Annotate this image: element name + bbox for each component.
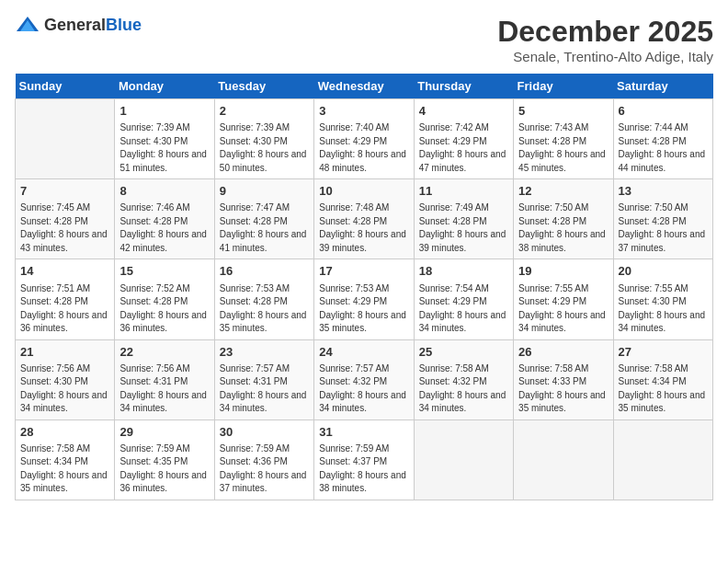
calendar-cell: 26Sunrise: 7:58 AMSunset: 4:33 PMDayligh… bbox=[514, 339, 613, 419]
calendar-cell: 8Sunrise: 7:46 AMSunset: 4:28 PMDaylight… bbox=[115, 179, 214, 259]
day-info: Sunrise: 7:53 AMSunset: 4:29 PMDaylight:… bbox=[319, 282, 408, 336]
calendar-cell: 15Sunrise: 7:52 AMSunset: 4:28 PMDayligh… bbox=[115, 259, 214, 339]
logo-text-blue: Blue bbox=[106, 16, 142, 34]
calendar-cell: 31Sunrise: 7:59 AMSunset: 4:37 PMDayligh… bbox=[314, 419, 414, 500]
logo: GeneralBlue bbox=[15, 15, 142, 35]
day-number: 6 bbox=[619, 103, 708, 120]
calendar-table: SundayMondayTuesdayWednesdayThursdayFrid… bbox=[15, 74, 713, 500]
calendar-cell: 12Sunrise: 7:50 AMSunset: 4:28 PMDayligh… bbox=[514, 179, 613, 259]
day-info: Sunrise: 7:56 AMSunset: 4:31 PMDaylight:… bbox=[119, 362, 209, 416]
header-cell-monday: Monday bbox=[115, 74, 214, 99]
day-info: Sunrise: 7:54 AMSunset: 4:29 PMDaylight:… bbox=[419, 282, 508, 336]
day-info: Sunrise: 7:55 AMSunset: 4:29 PMDaylight:… bbox=[518, 282, 608, 336]
day-info: Sunrise: 7:58 AMSunset: 4:33 PMDaylight:… bbox=[518, 362, 608, 416]
calendar-cell: 7Sunrise: 7:45 AMSunset: 4:28 PMDaylight… bbox=[16, 179, 115, 259]
calendar-cell: 10Sunrise: 7:48 AMSunset: 4:28 PMDayligh… bbox=[314, 179, 414, 259]
calendar-cell: 25Sunrise: 7:58 AMSunset: 4:32 PMDayligh… bbox=[414, 339, 513, 419]
day-info: Sunrise: 7:55 AMSunset: 4:30 PMDaylight:… bbox=[619, 282, 708, 336]
day-info: Sunrise: 7:59 AMSunset: 4:35 PMDaylight:… bbox=[119, 442, 209, 496]
day-number: 14 bbox=[20, 263, 109, 280]
day-number: 2 bbox=[220, 103, 309, 120]
day-number: 31 bbox=[319, 424, 408, 441]
day-info: Sunrise: 7:59 AMSunset: 4:36 PMDaylight:… bbox=[220, 442, 309, 496]
subtitle: Senale, Trentino-Alto Adige, Italy bbox=[497, 49, 713, 64]
calendar-cell: 14Sunrise: 7:51 AMSunset: 4:28 PMDayligh… bbox=[16, 259, 115, 339]
day-number: 12 bbox=[518, 183, 608, 200]
header-cell-friday: Friday bbox=[514, 74, 613, 99]
header-cell-saturday: Saturday bbox=[613, 74, 712, 99]
calendar-cell: 21Sunrise: 7:56 AMSunset: 4:30 PMDayligh… bbox=[16, 339, 115, 419]
day-info: Sunrise: 7:50 AMSunset: 4:28 PMDaylight:… bbox=[518, 201, 608, 255]
day-number: 5 bbox=[518, 103, 608, 120]
header-cell-thursday: Thursday bbox=[414, 74, 513, 99]
day-number: 9 bbox=[220, 183, 309, 200]
main-title: December 2025 bbox=[497, 15, 713, 49]
day-number: 28 bbox=[20, 424, 109, 441]
day-info: Sunrise: 7:53 AMSunset: 4:28 PMDaylight:… bbox=[220, 282, 309, 336]
calendar-cell: 20Sunrise: 7:55 AMSunset: 4:30 PMDayligh… bbox=[613, 259, 712, 339]
calendar-cell: 22Sunrise: 7:56 AMSunset: 4:31 PMDayligh… bbox=[115, 339, 214, 419]
day-number: 16 bbox=[220, 263, 309, 280]
day-number: 1 bbox=[119, 103, 209, 120]
day-number: 24 bbox=[319, 344, 408, 361]
day-number: 29 bbox=[119, 424, 209, 441]
day-number: 23 bbox=[220, 344, 309, 361]
logo-icon bbox=[15, 15, 40, 35]
calendar-cell: 30Sunrise: 7:59 AMSunset: 4:36 PMDayligh… bbox=[214, 419, 313, 500]
day-number: 7 bbox=[20, 183, 109, 200]
calendar-week-row: 28Sunrise: 7:58 AMSunset: 4:34 PMDayligh… bbox=[16, 419, 713, 500]
calendar-cell: 16Sunrise: 7:53 AMSunset: 4:28 PMDayligh… bbox=[214, 259, 313, 339]
day-info: Sunrise: 7:58 AMSunset: 4:32 PMDaylight:… bbox=[419, 362, 508, 416]
day-number: 4 bbox=[419, 103, 508, 120]
day-number: 22 bbox=[119, 344, 209, 361]
day-info: Sunrise: 7:51 AMSunset: 4:28 PMDaylight:… bbox=[20, 282, 109, 336]
day-info: Sunrise: 7:46 AMSunset: 4:28 PMDaylight:… bbox=[119, 201, 209, 255]
day-info: Sunrise: 7:42 AMSunset: 4:29 PMDaylight:… bbox=[419, 121, 508, 175]
header-cell-wednesday: Wednesday bbox=[314, 74, 414, 99]
calendar-cell: 19Sunrise: 7:55 AMSunset: 4:29 PMDayligh… bbox=[514, 259, 613, 339]
calendar-cell bbox=[414, 419, 513, 500]
day-number: 27 bbox=[619, 344, 708, 361]
calendar-cell: 6Sunrise: 7:44 AMSunset: 4:28 PMDaylight… bbox=[613, 99, 712, 179]
day-info: Sunrise: 7:47 AMSunset: 4:28 PMDaylight:… bbox=[220, 201, 309, 255]
day-info: Sunrise: 7:57 AMSunset: 4:31 PMDaylight:… bbox=[220, 362, 309, 416]
day-number: 10 bbox=[319, 183, 408, 200]
day-info: Sunrise: 7:59 AMSunset: 4:37 PMDaylight:… bbox=[319, 442, 408, 496]
day-info: Sunrise: 7:52 AMSunset: 4:28 PMDaylight:… bbox=[119, 282, 209, 336]
day-info: Sunrise: 7:49 AMSunset: 4:28 PMDaylight:… bbox=[419, 201, 508, 255]
calendar-cell: 13Sunrise: 7:50 AMSunset: 4:28 PMDayligh… bbox=[613, 179, 712, 259]
day-number: 17 bbox=[319, 263, 408, 280]
calendar-week-row: 14Sunrise: 7:51 AMSunset: 4:28 PMDayligh… bbox=[16, 259, 713, 339]
calendar-cell: 28Sunrise: 7:58 AMSunset: 4:34 PMDayligh… bbox=[16, 419, 115, 500]
day-info: Sunrise: 7:58 AMSunset: 4:34 PMDaylight:… bbox=[619, 362, 708, 416]
day-number: 13 bbox=[619, 183, 708, 200]
calendar-cell: 29Sunrise: 7:59 AMSunset: 4:35 PMDayligh… bbox=[115, 419, 214, 500]
day-info: Sunrise: 7:45 AMSunset: 4:28 PMDaylight:… bbox=[20, 201, 109, 255]
header-cell-sunday: Sunday bbox=[16, 74, 115, 99]
calendar-week-row: 1Sunrise: 7:39 AMSunset: 4:30 PMDaylight… bbox=[16, 99, 713, 179]
calendar-cell: 2Sunrise: 7:39 AMSunset: 4:30 PMDaylight… bbox=[214, 99, 313, 179]
day-number: 20 bbox=[619, 263, 708, 280]
calendar-week-row: 7Sunrise: 7:45 AMSunset: 4:28 PMDaylight… bbox=[16, 179, 713, 259]
calendar-cell bbox=[613, 419, 712, 500]
calendar-cell: 4Sunrise: 7:42 AMSunset: 4:29 PMDaylight… bbox=[414, 99, 513, 179]
calendar-header-row: SundayMondayTuesdayWednesdayThursdayFrid… bbox=[16, 74, 713, 99]
day-info: Sunrise: 7:57 AMSunset: 4:32 PMDaylight:… bbox=[319, 362, 408, 416]
calendar-cell bbox=[514, 419, 613, 500]
day-number: 26 bbox=[518, 344, 608, 361]
calendar-cell: 1Sunrise: 7:39 AMSunset: 4:30 PMDaylight… bbox=[115, 99, 214, 179]
calendar-cell: 23Sunrise: 7:57 AMSunset: 4:31 PMDayligh… bbox=[214, 339, 313, 419]
day-number: 15 bbox=[119, 263, 209, 280]
calendar-week-row: 21Sunrise: 7:56 AMSunset: 4:30 PMDayligh… bbox=[16, 339, 713, 419]
day-info: Sunrise: 7:43 AMSunset: 4:28 PMDaylight:… bbox=[518, 121, 608, 175]
calendar-cell: 24Sunrise: 7:57 AMSunset: 4:32 PMDayligh… bbox=[314, 339, 414, 419]
day-info: Sunrise: 7:48 AMSunset: 4:28 PMDaylight:… bbox=[319, 201, 408, 255]
day-number: 8 bbox=[119, 183, 209, 200]
calendar-cell: 17Sunrise: 7:53 AMSunset: 4:29 PMDayligh… bbox=[314, 259, 414, 339]
day-info: Sunrise: 7:44 AMSunset: 4:28 PMDaylight:… bbox=[619, 121, 708, 175]
calendar-cell: 5Sunrise: 7:43 AMSunset: 4:28 PMDaylight… bbox=[514, 99, 613, 179]
day-number: 30 bbox=[220, 424, 309, 441]
calendar-cell: 27Sunrise: 7:58 AMSunset: 4:34 PMDayligh… bbox=[613, 339, 712, 419]
calendar-cell: 9Sunrise: 7:47 AMSunset: 4:28 PMDaylight… bbox=[214, 179, 313, 259]
calendar-cell: 18Sunrise: 7:54 AMSunset: 4:29 PMDayligh… bbox=[414, 259, 513, 339]
